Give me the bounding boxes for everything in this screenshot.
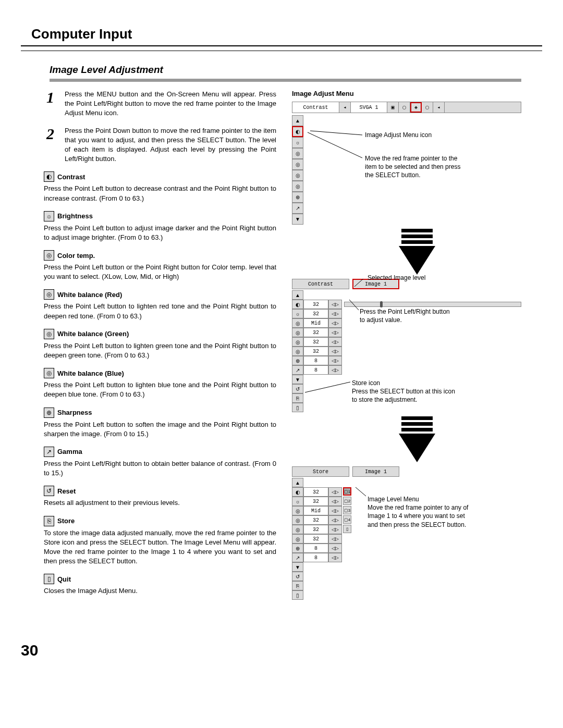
list-icon[interactable]: ☼: [292, 497, 303, 506]
slider[interactable]: [344, 302, 521, 307]
header-subdivider: [21, 51, 542, 51]
list-icon[interactable]: ◎: [292, 534, 303, 544]
value-cell: 8: [303, 356, 328, 365]
list-icon[interactable]: ◎: [292, 347, 303, 356]
param-title: White balance (Red): [57, 291, 122, 299]
arrow-down-icon: [399, 246, 435, 275]
list-icon[interactable]: ↗: [292, 553, 303, 562]
wb-red-icon[interactable]: ◎: [292, 159, 303, 170]
source-label: SVGA 1: [351, 102, 387, 113]
list-icon[interactable]: ◐: [292, 487, 303, 497]
value-cell: Mid: [303, 318, 328, 328]
list-icon[interactable]: ↺: [292, 572, 303, 581]
value-cell: 32: [303, 328, 328, 337]
store-slot-3[interactable]: ▢3: [343, 506, 351, 514]
brightness-icon[interactable]: ☼: [292, 137, 303, 148]
list-icon[interactable]: ▯: [292, 590, 303, 600]
list-icon[interactable]: ⊕: [292, 544, 303, 553]
list-icon[interactable]: ◎: [292, 337, 303, 347]
list-icon[interactable]: ⎘: [292, 393, 303, 403]
param-icon: ↺: [44, 486, 54, 496]
value-cell: Mid: [303, 506, 328, 515]
callout-move-frame: Move the red frame pointer to the item t…: [365, 154, 464, 180]
wb-green-icon[interactable]: ◎: [292, 170, 303, 181]
step-2: 2 Press the Point Down button to move th…: [44, 126, 276, 164]
value-cell: 32: [303, 515, 328, 525]
wb-blue-icon[interactable]: ◎: [292, 181, 303, 192]
header-divider: [21, 45, 542, 46]
adjuster-icon[interactable]: ◁▷: [328, 553, 342, 562]
quit-tag-icon[interactable]: ▯: [343, 525, 351, 533]
list-icon[interactable]: ◎: [292, 328, 303, 337]
icon-column-1: ▲ ◐ ☼ ◎ ◎ ◎ ◎ ⊕ ↗ ▼: [292, 115, 303, 225]
menu-icon-4[interactable]: ▢: [422, 102, 433, 113]
page-title: Computer Input: [31, 26, 542, 42]
up-arrow-icon[interactable]: ▲: [292, 115, 303, 126]
list-icon[interactable]: ↗: [292, 365, 303, 375]
section-divider: [50, 79, 521, 82]
param-desc: Resets all adjustment to their previous …: [44, 498, 276, 508]
adjuster-icon[interactable]: ◁▷: [328, 534, 342, 544]
callout-selected-level: Selected Image level: [368, 274, 425, 282]
value-cell: 32: [303, 534, 328, 544]
adjuster-icon[interactable]: ◁▷: [328, 544, 342, 553]
adjuster-icon[interactable]: ◁▷: [328, 365, 342, 375]
list-icon[interactable]: ◎: [292, 318, 303, 328]
list-icon[interactable]: ◎: [292, 515, 303, 525]
contrast-icon[interactable]: ◐: [292, 126, 303, 137]
value-cell: 32: [303, 337, 328, 347]
list-icon[interactable]: ◎: [292, 525, 303, 534]
adjuster-icon[interactable]: ◁▷: [328, 525, 342, 534]
step-text: Press the Point Down button to move the …: [65, 126, 276, 164]
list-icon[interactable]: ▲: [292, 478, 303, 487]
param-title: Color temp.: [57, 252, 95, 260]
list-icon[interactable]: ⎘: [292, 581, 303, 590]
list-icon[interactable]: ⊕: [292, 356, 303, 365]
store-slot-2[interactable]: ▢2: [343, 497, 351, 505]
menu-icon-5[interactable]: ◂: [433, 102, 445, 113]
down-arrow-icon[interactable]: ▼: [292, 214, 303, 225]
list-icon[interactable]: ▲: [292, 290, 303, 300]
list-icon[interactable]: ◎: [292, 506, 303, 515]
menu-icon-1[interactable]: ▣: [387, 102, 399, 113]
panel3-header-left: Store: [292, 466, 349, 477]
step-number: 1: [44, 90, 57, 118]
colortemp-icon[interactable]: ◎: [292, 148, 303, 159]
back-icon[interactable]: ◂: [339, 102, 351, 113]
left-column: 1 Press the MENU button and the On-Scree…: [21, 90, 276, 600]
adjuster-icon[interactable]: ◁▷: [328, 347, 342, 356]
list-icon[interactable]: ☼: [292, 309, 303, 318]
store-slot-1[interactable]: ▢1: [343, 487, 351, 496]
value-cell: 32: [303, 487, 328, 497]
callout-image-level-menu: Image Level Menu Move the red frame poin…: [368, 495, 472, 529]
menu-bar: Contrast ◂ SVGA 1 ▣ ▢ ◈ ▢ ◂: [292, 102, 521, 113]
list-icon[interactable]: ▼: [292, 562, 303, 572]
list-icon[interactable]: ↺: [292, 384, 303, 393]
list-icon[interactable]: ▼: [292, 375, 303, 384]
param-desc: Press the Point Left button to soften th…: [44, 420, 276, 439]
gamma-icon[interactable]: ↗: [292, 203, 303, 214]
adjuster-icon[interactable]: ◁▷: [328, 318, 342, 328]
step-text: Press the MENU button and the On-Screen …: [65, 90, 276, 118]
sharpness-icon[interactable]: ⊕: [292, 192, 303, 203]
store-slot-4[interactable]: ▢4: [343, 515, 351, 524]
param-icon: ⎘: [44, 516, 54, 526]
adjuster-icon[interactable]: ◁▷: [328, 356, 342, 365]
adjuster-icon[interactable]: ◁▷: [328, 328, 342, 337]
value-cell: 32: [303, 347, 328, 356]
menu-icon-2[interactable]: ▢: [399, 102, 410, 113]
adjuster-icon[interactable]: ◁▷: [328, 337, 342, 347]
image-adjust-menu-icon[interactable]: ◈: [410, 102, 422, 113]
adjuster-icon[interactable]: ◁▷: [328, 487, 342, 497]
value-cell: 8: [303, 544, 328, 553]
adjuster-icon[interactable]: ◁▷: [328, 506, 342, 515]
adjuster-icon[interactable]: ◁▷: [328, 515, 342, 525]
list-icon[interactable]: ◐: [292, 300, 303, 309]
right-title: Image Adjust Menu: [292, 90, 521, 97]
adjuster-icon[interactable]: ◁▷: [328, 497, 342, 506]
adjuster-icon[interactable]: ◁▷: [328, 300, 342, 309]
menu-label: Contrast: [292, 102, 339, 113]
param-desc: To store the image data adjusted manuall…: [44, 528, 276, 566]
list-icon[interactable]: ▯: [292, 403, 303, 412]
adjuster-icon[interactable]: ◁▷: [328, 309, 342, 318]
